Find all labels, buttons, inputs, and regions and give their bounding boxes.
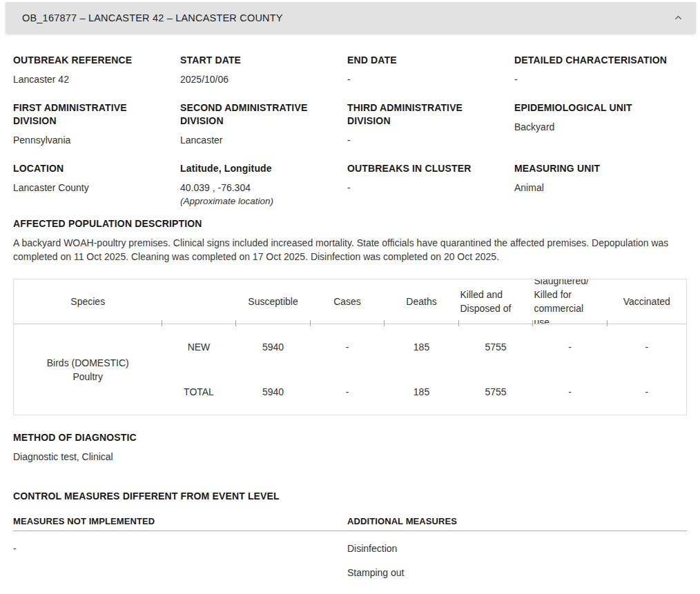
outbreak-title: OB_167877 – LANCASTER 42 – LANCASTER COU…: [22, 12, 283, 23]
field-value: Animal: [514, 181, 687, 195]
killed-disposed-cell: 5755: [459, 370, 533, 415]
field-outbreaks-in-cluster: OUTBREAKS IN CLUSTER -: [347, 162, 514, 208]
field-value: -: [347, 73, 514, 86]
field-label: FIRST ADMINISTRATIVE DIVISION: [13, 101, 180, 128]
field-epidemiological-unit: EPIDEMIOLOGICAL UNIT Backyard: [514, 101, 687, 147]
vaccinated-cell: -: [607, 324, 687, 370]
field-label: END DATE: [347, 54, 514, 67]
field-value: -: [347, 134, 514, 147]
vaccinated-cell: -: [607, 370, 687, 415]
outbreak-fields-grid: OUTBREAK REFERENCE Lancaster 42 START DA…: [13, 54, 687, 208]
row-type-cell: NEW: [162, 324, 236, 370]
measure-item: Disinfection: [347, 542, 687, 555]
field-label: SECOND ADMINISTRATIVE DIVISION: [180, 101, 347, 128]
col-killed-and-disposed: Killed and Disposed of: [459, 279, 533, 324]
col-row-type: [162, 279, 236, 324]
species-name-line2: Poultry: [14, 370, 162, 384]
col-slaughtered-commercial: Slaughtered/ Killed for commercial use: [533, 279, 607, 324]
control-measures-heading: CONTROL MEASURES DIFFERENT FROM EVENT LE…: [13, 490, 687, 503]
field-label: START DATE: [180, 54, 347, 67]
field-label: DETAILED CHARACTERISATION: [514, 54, 687, 67]
field-latitude-longitude: Latitude, Longitude 40.039 , -76.304 (Ap…: [180, 162, 347, 208]
field-value: 40.039 , -76.304: [180, 181, 347, 195]
col-vaccinated: Vaccinated: [607, 279, 687, 324]
field-first-admin-division: FIRST ADMINISTRATIVE DIVISION Pennsylvan…: [13, 101, 180, 147]
slaughtered-cell: -: [533, 370, 607, 415]
measures-not-implemented-list: -: [13, 531, 347, 555]
slaughtered-cell: -: [533, 324, 607, 370]
measure-item: -: [13, 542, 347, 555]
field-label: LOCATION: [13, 162, 180, 175]
susceptible-cell: 5940: [236, 324, 311, 370]
field-value: -: [514, 73, 687, 86]
affected-population-heading: AFFECTED POPULATION DESCRIPTION: [13, 217, 687, 230]
field-value: Pennsylvania: [13, 134, 180, 147]
method-of-diagnostic-value: Diagnostic test, Clinical: [13, 451, 687, 464]
method-of-diagnostic-heading: METHOD OF DIAGNOSTIC: [13, 431, 687, 444]
killed-disposed-cell: 5755: [459, 324, 533, 370]
cases-cell: -: [311, 370, 385, 415]
field-outbreak-reference: OUTBREAK REFERENCE Lancaster 42: [13, 54, 180, 86]
species-cell: Birds (DOMESTIC) Poultry: [14, 324, 162, 415]
affected-population-text: A backyard WOAH-poultry premises. Clinic…: [13, 236, 687, 264]
measures-body: - Disinfection Stamping out: [13, 531, 687, 580]
additional-measures-list: Disinfection Stamping out: [347, 531, 687, 580]
col-species: Species: [14, 279, 162, 324]
field-start-date: START DATE 2025/10/06: [180, 54, 347, 86]
field-label: Latitude, Longitude: [180, 162, 347, 175]
outbreak-accordion-header[interactable]: OB_167877 – LANCASTER 42 – LANCASTER COU…: [6, 2, 696, 33]
col-deaths: Deaths: [385, 279, 459, 324]
field-third-admin-division: THIRD ADMINISTRATIVE DIVISION -: [347, 101, 514, 147]
field-measuring-unit: MEASURING UNIT Animal: [514, 162, 687, 208]
col-susceptible: Susceptible: [236, 279, 311, 324]
deaths-cell: 185: [385, 370, 459, 415]
table-header-row: Species Susceptible Cases Deaths Killed …: [14, 279, 687, 324]
chevron-up-icon[interactable]: [673, 12, 683, 23]
susceptible-cell: 5940: [236, 370, 311, 415]
field-value: Lancaster: [180, 134, 347, 147]
cases-cell: -: [311, 324, 385, 370]
species-name-line1: Birds (DOMESTIC): [14, 356, 162, 370]
row-type-cell: TOTAL: [162, 370, 236, 415]
field-location: LOCATION Lancaster County: [13, 162, 180, 208]
field-value: -: [347, 181, 514, 195]
field-value: Backyard: [514, 121, 687, 134]
field-label: THIRD ADMINISTRATIVE DIVISION: [347, 101, 514, 128]
additional-measures-heading: ADDITIONAL MEASURES: [347, 515, 687, 528]
field-label: OUTBREAKS IN CLUSTER: [347, 162, 514, 175]
table-row-new: Birds (DOMESTIC) Poultry NEW 5940 - 185 …: [14, 324, 687, 370]
field-end-date: END DATE -: [347, 54, 514, 86]
field-label: EPIDEMIOLOGICAL UNIT: [514, 101, 687, 115]
deaths-cell: 185: [385, 324, 459, 370]
col-cases: Cases: [311, 279, 385, 324]
measure-item: Stamping out: [347, 566, 687, 580]
field-detailed-characterisation: DETAILED CHARACTERISATION -: [514, 54, 687, 86]
field-label: OUTBREAK REFERENCE: [13, 54, 180, 67]
field-value: 2025/10/06: [180, 73, 347, 86]
field-value: Lancaster County: [13, 181, 180, 195]
field-value: Lancaster 42: [13, 73, 180, 86]
outbreak-detail-panel: OUTBREAK REFERENCE Lancaster 42 START DA…: [0, 54, 700, 580]
field-second-admin-division: SECOND ADMINISTRATIVE DIVISION Lancaster: [180, 101, 347, 147]
approximate-location-note: (Approximate location): [180, 195, 347, 208]
measures-header-row: MEASURES NOT IMPLEMENTED ADDITIONAL MEAS…: [13, 515, 687, 531]
field-label: MEASURING UNIT: [514, 162, 687, 175]
measures-not-implemented-heading: MEASURES NOT IMPLEMENTED: [13, 515, 347, 528]
species-quantities-table: Species Susceptible Cases Deaths Killed …: [13, 279, 687, 415]
